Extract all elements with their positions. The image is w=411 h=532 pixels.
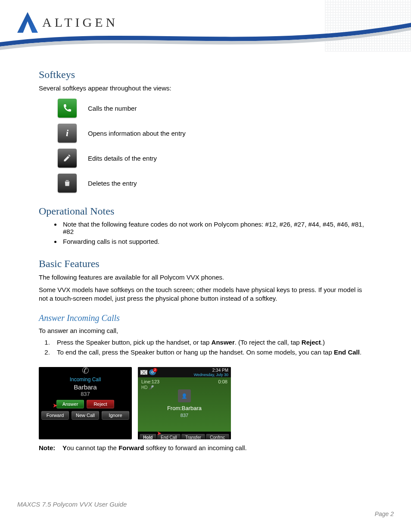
- mute-icon: 🎤̸: [149, 385, 154, 390]
- handset-icon: ✆: [82, 367, 89, 376]
- clock: 2:34 PM: [194, 368, 228, 373]
- phone-icon: [58, 99, 77, 118]
- basic-p1: The following features are available for…: [39, 273, 372, 282]
- hd-label: HD: [141, 385, 147, 390]
- opnotes-list: Note that the following feature codes do…: [61, 221, 372, 245]
- opnote-1: Note that the following feature codes do…: [61, 221, 372, 235]
- pointer-arrow-icon: ➤: [53, 402, 58, 409]
- duration: 0:08: [218, 379, 227, 384]
- trash-icon: [58, 174, 77, 193]
- step-2: To end the call, press the Speaker butto…: [52, 348, 372, 356]
- answer-button[interactable]: ➤Answer: [56, 400, 84, 408]
- incoming-label: Incoming Call: [70, 376, 101, 383]
- softkey-call-label: Calls the number: [88, 105, 137, 112]
- pencil-icon: [58, 149, 77, 168]
- softkey-edit: Edits details of the entry: [39, 149, 372, 168]
- softkey-info-label: Opens information about the entry: [88, 130, 186, 137]
- basic-p2: Some VVX models have softkeys on the tou…: [39, 286, 372, 303]
- softkey-edit-label: Edits details of the entry: [88, 155, 157, 162]
- softkey-delete: Deletes the entry: [39, 174, 372, 193]
- avatar-icon: 👤: [178, 389, 191, 402]
- from-label: From:Barbara: [138, 405, 231, 411]
- footer-title: MAXCS 7.5 Polycom VVX User Guide: [17, 501, 394, 508]
- heading-opnotes: Operational Notes: [39, 205, 372, 217]
- screenshots: ✆ Incoming Call Barbara 837 ➤Answer Reje…: [39, 367, 372, 439]
- heading-answer: Answer Incoming Calls: [39, 313, 372, 323]
- caller-name: Barbara: [74, 383, 97, 391]
- softkeys-intro: Several softkeys appear throughout the v…: [39, 84, 372, 93]
- screenshot-active: ↺2 2:34 PM Wednesday, July 30 Line:1230:…: [138, 367, 231, 439]
- confrnc-button[interactable]: Confrnc: [206, 434, 229, 440]
- step-1: Press the Speaker button, pick up the ha…: [52, 339, 372, 346]
- hold-button[interactable]: Hold: [140, 434, 156, 440]
- missed-badge: 2: [153, 368, 157, 372]
- footer-page: Page 2: [17, 510, 394, 517]
- page-header: ALTIGEN: [0, 0, 411, 56]
- forward-button[interactable]: Forward: [41, 411, 69, 420]
- reject-button[interactable]: Reject: [87, 400, 114, 408]
- softkey-delete-label: Deletes the entry: [88, 180, 137, 187]
- from-number: 837: [138, 413, 231, 418]
- softkey-call: Calls the number: [39, 99, 372, 118]
- softkey-info: i Opens information about the entry: [39, 124, 372, 143]
- answer-steps: Press the Speaker button, pick up the ha…: [43, 339, 372, 356]
- date: Wednesday, July 30: [194, 373, 228, 377]
- info-icon: i: [58, 124, 77, 143]
- note: Note: You cannot tap the Forward softkey…: [39, 444, 372, 452]
- line-label: Line:123: [141, 379, 159, 384]
- newcall-button[interactable]: New Call: [72, 411, 99, 420]
- answer-intro: To answer an incoming call,: [39, 327, 372, 335]
- missed-icon: ↺2: [149, 369, 156, 375]
- header-swoop: [0, 21, 411, 51]
- envelope-icon: [140, 370, 147, 375]
- content: Softkeys Several softkeys appear through…: [0, 69, 411, 453]
- transfer-button[interactable]: Transfer: [181, 434, 205, 440]
- ignore-button[interactable]: Ignore: [102, 411, 129, 420]
- caller-number: 837: [81, 391, 90, 397]
- heading-basic: Basic Features: [39, 258, 372, 270]
- heading-softkeys: Softkeys: [39, 69, 372, 81]
- opnote-2: Forwarding calls is not supported.: [61, 238, 372, 245]
- page-footer: MAXCS 7.5 Polycom VVX User Guide Page 2: [17, 501, 394, 517]
- screenshot-incoming: ✆ Incoming Call Barbara 837 ➤Answer Reje…: [39, 367, 132, 439]
- pointer-arrow-icon: ➤: [157, 430, 162, 436]
